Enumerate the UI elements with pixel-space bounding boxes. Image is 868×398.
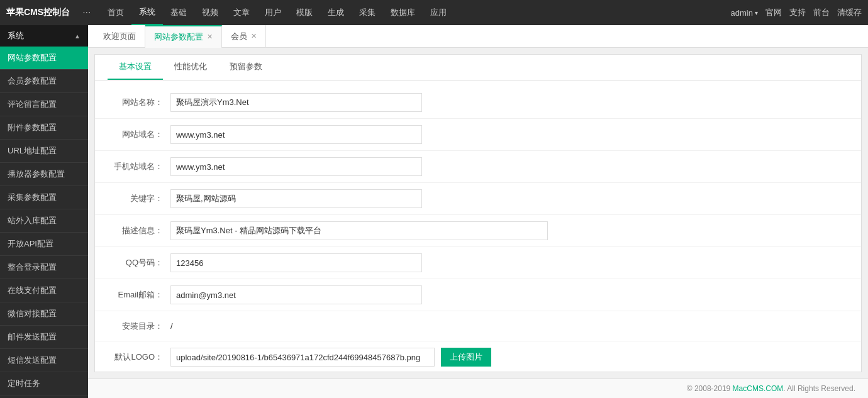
nav-app[interactable]: 应用 xyxy=(423,0,454,25)
label-install-dir: 安装目录： xyxy=(108,321,170,332)
top-nav: 苹果CMS控制台 ··· 首页 系统 基础 视频 文章 用户 模版 生成 采集 … xyxy=(0,0,868,25)
sidebar-item-external-config[interactable]: 站外入库配置 xyxy=(0,209,88,233)
sidebar-title: 系统 xyxy=(8,30,24,41)
nav-official-site[interactable]: 官网 xyxy=(765,7,782,18)
form-row-keywords: 关键字： xyxy=(95,183,861,215)
top-nav-right: admin 官网 支持 前台 清缓存 xyxy=(731,7,862,18)
sidebar-item-player-config[interactable]: 播放器参数配置 xyxy=(0,163,88,186)
footer-text: © 2008-2019 xyxy=(687,384,733,393)
tab-site-config-label: 网站参数配置 xyxy=(154,31,203,43)
nav-system[interactable]: 系统 xyxy=(131,0,163,25)
label-mobile-domain: 手机站域名： xyxy=(108,161,170,172)
sidebar-item-sms-config[interactable]: 短信发送配置 xyxy=(0,349,88,372)
sub-tab-performance[interactable]: 性能优化 xyxy=(163,55,218,80)
nav-generate[interactable]: 生成 xyxy=(320,0,352,25)
label-logo: 默认LOGO： xyxy=(108,351,170,363)
nav-frontend[interactable]: 前台 xyxy=(813,7,830,18)
sidebar-item-comment-config[interactable]: 评论留言配置 xyxy=(0,93,88,116)
sub-tabs: 基本设置 性能优化 预留参数 xyxy=(95,55,861,80)
form-row-install-dir: 安装目录： / xyxy=(95,311,861,341)
nav-collect[interactable]: 采集 xyxy=(352,0,383,25)
tab-welcome-label: 欢迎页面 xyxy=(103,31,136,42)
sub-tab-basic[interactable]: 基本设置 xyxy=(108,55,163,80)
sidebar-item-wechat-config[interactable]: 微信对接配置 xyxy=(0,302,88,326)
sidebar-item-api-config[interactable]: 开放API配置 xyxy=(0,233,88,256)
label-qq: QQ号码： xyxy=(108,257,170,268)
input-email[interactable] xyxy=(170,285,422,304)
logo-upload-row: 上传图片 xyxy=(170,348,491,367)
form-area: 网站名称： 网站域名： 手机站域名： 关键字： 描述信息： xyxy=(95,80,861,372)
sidebar-arrow-icon: ▲ xyxy=(74,33,81,40)
content-area: 欢迎页面 网站参数配置 ✕ 会员 ✕ 基本设置 性能优化 预留参数 网站名 xyxy=(88,25,868,398)
form-row-site-name: 网站名称： xyxy=(95,87,861,119)
sub-tab-reserved[interactable]: 预留参数 xyxy=(218,55,274,80)
footer: © 2008-2019 MacCMS.COM. All Rights Reser… xyxy=(88,379,868,398)
sidebar-item-cron-task[interactable]: 定时任务 xyxy=(0,372,88,395)
form-row-description: 描述信息： xyxy=(95,215,861,247)
label-keywords: 关键字： xyxy=(108,193,170,204)
nav-clear-cache[interactable]: 清缓存 xyxy=(837,7,862,18)
nav-user[interactable]: 用户 xyxy=(257,0,289,25)
footer-suffix: . All Rights Reserved. xyxy=(783,384,855,393)
footer-link[interactable]: MacCMS.COM xyxy=(733,384,784,393)
sidebar-item-member-config[interactable]: 会员参数配置 xyxy=(0,70,88,93)
nav-basic[interactable]: 基础 xyxy=(163,0,194,25)
input-logo-path[interactable] xyxy=(170,348,435,367)
label-description: 描述信息： xyxy=(108,225,170,236)
tab-site-config[interactable]: 网站参数配置 ✕ xyxy=(145,25,222,48)
tab-member-label: 会员 xyxy=(231,31,247,42)
upload-logo-button[interactable]: 上传图片 xyxy=(441,348,491,367)
tab-welcome[interactable]: 欢迎页面 xyxy=(94,25,145,48)
nav-home[interactable]: 首页 xyxy=(100,0,131,25)
nav-template[interactable]: 模版 xyxy=(289,0,320,25)
sidebar-header: 系统 ▲ xyxy=(0,25,88,47)
form-row-mobile-domain: 手机站域名： xyxy=(95,151,861,183)
sidebar-item-url-config[interactable]: URL地址配置 xyxy=(0,140,88,163)
label-site-name: 网站名称： xyxy=(108,97,170,108)
form-row-qq: QQ号码： xyxy=(95,247,861,279)
page-body: 基本设置 性能优化 预留参数 网站名称： 网站域名： 手机站域名： xyxy=(94,54,862,372)
brand-logo: 苹果CMS控制台 xyxy=(6,7,70,18)
input-site-domain[interactable] xyxy=(170,125,422,144)
input-mobile-domain[interactable] xyxy=(170,157,422,176)
sidebar: 系统 ▲ 网站参数配置 会员参数配置 评论留言配置 附件参数配置 URL地址配置… xyxy=(0,25,88,398)
main-layout: 系统 ▲ 网站参数配置 会员参数配置 评论留言配置 附件参数配置 URL地址配置… xyxy=(0,25,868,398)
nav-video[interactable]: 视频 xyxy=(194,0,226,25)
tab-site-config-close[interactable]: ✕ xyxy=(207,33,213,41)
nav-database[interactable]: 数据库 xyxy=(383,0,423,25)
sidebar-item-payment-config[interactable]: 在线支付配置 xyxy=(0,279,88,302)
admin-dropdown[interactable]: admin xyxy=(731,8,758,18)
input-qq[interactable] xyxy=(170,253,422,272)
nav-article[interactable]: 文章 xyxy=(226,0,257,25)
tab-member[interactable]: 会员 ✕ xyxy=(222,25,266,48)
value-install-dir: / xyxy=(170,321,849,331)
sidebar-item-site-config[interactable]: 网站参数配置 xyxy=(0,47,88,70)
sidebar-item-attachment-config[interactable]: 附件参数配置 xyxy=(0,116,88,140)
input-description[interactable] xyxy=(170,221,548,240)
sidebar-item-collect-config[interactable]: 采集参数配置 xyxy=(0,186,88,209)
label-site-domain: 网站域名： xyxy=(108,129,170,140)
sidebar-item-login-config[interactable]: 整合登录配置 xyxy=(0,256,88,279)
input-site-name[interactable] xyxy=(170,93,422,112)
form-row-email: Email邮箱： xyxy=(95,279,861,311)
tab-member-close[interactable]: ✕ xyxy=(251,32,257,40)
nav-support[interactable]: 支持 xyxy=(789,7,806,18)
top-nav-menu: 首页 系统 基础 视频 文章 用户 模版 生成 采集 数据库 应用 xyxy=(100,0,730,25)
form-row-logo: 默认LOGO： 上传图片 xyxy=(95,341,861,372)
form-row-site-domain: 网站域名： xyxy=(95,119,861,151)
label-email: Email邮箱： xyxy=(108,289,170,301)
input-keywords[interactable] xyxy=(170,189,422,208)
tab-bar: 欢迎页面 网站参数配置 ✕ 会员 ✕ xyxy=(88,25,868,48)
more-button[interactable]: ··· xyxy=(82,7,91,18)
sidebar-item-email-config[interactable]: 邮件发送配置 xyxy=(0,326,88,349)
